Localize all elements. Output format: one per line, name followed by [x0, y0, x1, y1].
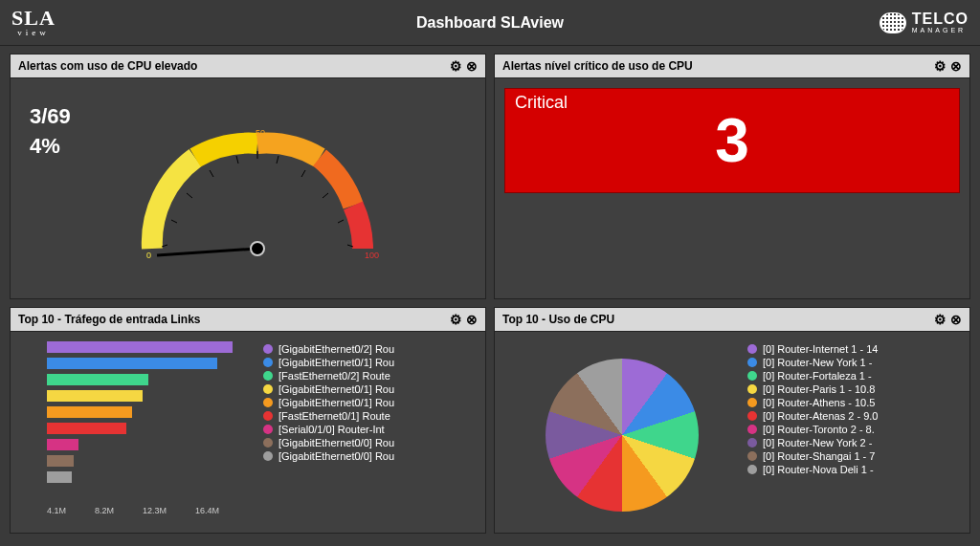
- legend-swatch: [747, 371, 757, 381]
- bar-row: [47, 388, 257, 403]
- legend-item[interactable]: [GigabitEthernet0/1] Rou: [263, 383, 478, 395]
- legend-label: [0] Router-Atenas 2 - 9.0: [763, 410, 878, 422]
- close-icon[interactable]: ⊗: [950, 58, 962, 74]
- bar-row: [47, 339, 257, 354]
- legend-item[interactable]: [GigabitEthernet0/1] Rou: [263, 397, 478, 408]
- legend-swatch: [263, 398, 273, 407]
- legend-label: [0] Router-Toronto 2 - 8.: [763, 424, 875, 435]
- axis-tick: 4.1M: [47, 506, 66, 515]
- svg-line-8: [323, 193, 328, 198]
- legend-item[interactable]: [GigabitEthernet0/0] Rou: [263, 437, 478, 448]
- panel-title: Top 10 - Uso de CPU: [502, 313, 614, 326]
- legend-item[interactable]: [0] Router-Internet 1 - 14: [747, 343, 962, 355]
- legend-item[interactable]: [Serial0/1/0] Router-Int: [263, 424, 478, 435]
- cpu-legend: [0] Router-Internet 1 - 14[0] Router-New…: [742, 339, 962, 525]
- header: SLA view Dashboard SLAview TELCO MANAGER: [0, 0, 980, 46]
- bar-row: [47, 404, 257, 419]
- page-title: Dashboard SLAview: [416, 14, 564, 32]
- close-icon[interactable]: ⊗: [466, 58, 478, 74]
- legend-swatch: [747, 358, 757, 367]
- gauge-percent: 4%: [30, 132, 71, 162]
- close-icon[interactable]: ⊗: [466, 312, 478, 327]
- bar: [47, 358, 217, 369]
- bar-chart: 4.1M8.2M12.3M16.4M: [18, 339, 257, 525]
- svg-line-11: [157, 249, 257, 255]
- legend-item[interactable]: [0] Router-Paris 1 - 10.8: [747, 383, 962, 395]
- logo-left-big: SLA: [11, 6, 56, 30]
- legend-label: [GigabitEthernet0/0] Rou: [278, 450, 394, 462]
- bar: [47, 455, 74, 467]
- critical-badge: Critical 3: [504, 88, 960, 193]
- critical-label: Critical: [515, 93, 568, 113]
- legend-label: [0] Router-Athens - 10.5: [763, 397, 875, 408]
- panel-head: Top 10 - Tráfego de entrada Links ⚙ ⊗: [11, 308, 485, 332]
- legend-swatch: [747, 384, 757, 394]
- logo-right-small: MANAGER: [912, 27, 969, 33]
- legend-item[interactable]: [0] Router-Athens - 10.5: [747, 397, 962, 408]
- dashboard-grid: Alertas com uso de CPU elevado ⚙ ⊗ 3/69 …: [0, 46, 980, 541]
- legend-item[interactable]: [0] Router-Atenas 2 - 9.0: [747, 410, 962, 422]
- gauge-max-label: 100: [365, 251, 379, 260]
- legend-swatch: [263, 344, 273, 354]
- gear-icon[interactable]: ⚙: [934, 312, 947, 327]
- panel-title: Top 10 - Tráfego de entrada Links: [18, 313, 200, 326]
- logo-slaview: SLA view: [11, 8, 56, 37]
- panel-title: Alertas nível crítico de uso de CPU: [502, 59, 693, 73]
- legend-item[interactable]: [0] Router-Shangai 1 - 7: [747, 450, 962, 462]
- legend-item[interactable]: [GigabitEthernet0/0] Rou: [263, 450, 478, 462]
- panel-head: Alertas nível crítico de uso de CPU ⚙ ⊗: [495, 55, 969, 78]
- gauge-chart: 0 50 100: [123, 105, 391, 281]
- panel-head: Alertas com uso de CPU elevado ⚙ ⊗: [11, 55, 485, 78]
- legend-item[interactable]: [0] Router-New York 2 -: [747, 437, 962, 448]
- gear-icon[interactable]: ⚙: [934, 58, 947, 74]
- gauge-min-label: 0: [146, 251, 151, 260]
- logo-telco: TELCO MANAGER: [880, 11, 969, 33]
- svg-line-7: [301, 170, 305, 177]
- bar-row: [47, 470, 257, 484]
- legend-label: [0] Router-New York 1 -: [763, 357, 872, 368]
- legend-swatch: [263, 451, 273, 461]
- globe-icon: [880, 12, 906, 33]
- svg-line-0: [162, 245, 167, 247]
- close-icon[interactable]: ⊗: [950, 312, 962, 327]
- bar-row: [47, 421, 257, 435]
- gauge-ratio: 3/69: [30, 102, 71, 132]
- legend-label: [GigabitEthernet0/1] Rou: [278, 383, 394, 395]
- legend-swatch: [747, 425, 757, 434]
- legend-swatch: [747, 451, 757, 461]
- svg-point-12: [251, 242, 264, 255]
- bar-row: [47, 437, 257, 451]
- legend-item[interactable]: [0] Router-Nova Deli 1 -: [747, 464, 962, 475]
- pie-chart: [546, 359, 699, 512]
- panel-traffic-top10: Top 10 - Tráfego de entrada Links ⚙ ⊗ 4.…: [10, 307, 486, 534]
- svg-line-1: [171, 220, 177, 223]
- legend-swatch: [747, 411, 757, 421]
- bar-row: [47, 453, 257, 468]
- legend-swatch: [263, 371, 273, 381]
- legend-item[interactable]: [0] Router-Fortaleza 1 -: [747, 370, 962, 382]
- legend-swatch: [747, 344, 757, 354]
- legend-item[interactable]: [0] Router-New York 1 -: [747, 357, 962, 368]
- legend-label: [0] Router-Paris 1 - 10.8: [763, 383, 875, 395]
- legend-item[interactable]: [GigabitEthernet0/2] Rou: [263, 343, 478, 355]
- legend-item[interactable]: [FastEthernet0/2] Route: [263, 370, 478, 382]
- legend-item[interactable]: [FastEthernet0/1] Route: [263, 410, 478, 422]
- gear-icon[interactable]: ⚙: [450, 58, 462, 74]
- pie-chart-area: [502, 339, 742, 525]
- legend-label: [GigabitEthernet0/2] Rou: [278, 343, 394, 355]
- gear-icon[interactable]: ⚙: [450, 312, 462, 327]
- bar: [47, 471, 72, 483]
- legend-swatch: [263, 411, 273, 421]
- legend-label: [0] Router-Fortaleza 1 -: [763, 370, 872, 382]
- bar: [47, 423, 126, 434]
- legend-item[interactable]: [0] Router-Toronto 2 - 8.: [747, 424, 962, 435]
- svg-line-9: [338, 220, 344, 223]
- legend-item[interactable]: [GigabitEthernet0/1] Rou: [263, 357, 478, 368]
- legend-label: [0] Router-Nova Deli 1 -: [763, 464, 874, 475]
- legend-swatch: [263, 384, 273, 394]
- bar: [47, 390, 143, 402]
- legend-label: [0] Router-Shangai 1 - 7: [763, 450, 875, 462]
- bar-row: [47, 356, 257, 370]
- legend-label: [0] Router-New York 2 -: [763, 437, 872, 448]
- panel-head: Top 10 - Uso de CPU ⚙ ⊗: [495, 308, 969, 332]
